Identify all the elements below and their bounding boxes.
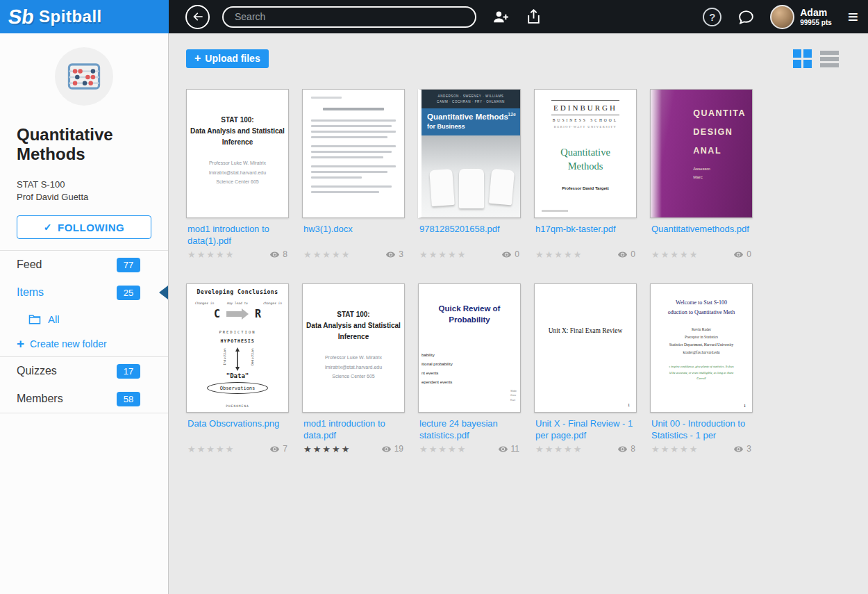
star-icon[interactable]: ★ — [554, 445, 562, 454]
file-name-link[interactable]: Unit 00 - Introduction to Statistics - 1… — [651, 418, 751, 442]
star-icon[interactable]: ★ — [651, 250, 660, 259]
upload-files-button[interactable]: + Upload files — [186, 49, 269, 68]
file-name-link[interactable]: Data Obscrvations.png — [187, 418, 287, 442]
star-icon[interactable]: ★ — [564, 250, 572, 259]
star-icon[interactable]: ★ — [670, 445, 678, 454]
star-icon[interactable]: ★ — [342, 250, 350, 259]
star-rating[interactable]: ★★★★★ — [419, 445, 465, 454]
file-thumbnail[interactable]: EDINBURGH BUSINESS SCHOOL HERIOT-WATT UN… — [534, 89, 637, 218]
star-icon[interactable]: ★ — [545, 445, 553, 454]
star-icon[interactable]: ★ — [574, 250, 582, 259]
create-new-folder-button[interactable]: + Create new folder — [0, 331, 168, 356]
star-icon[interactable]: ★ — [332, 445, 340, 454]
file-name-link[interactable]: mod1 introduction to data.pdf — [303, 418, 403, 442]
star-icon[interactable]: ★ — [535, 445, 544, 454]
star-icon[interactable]: ★ — [303, 445, 312, 454]
grid-view-button[interactable] — [793, 49, 812, 68]
file-thumbnail[interactable]: STAT 100: Data Analysis and Statistical … — [186, 89, 289, 218]
app-logo[interactable]: Sb Spitball — [0, 0, 169, 33]
help-button[interactable]: ? — [703, 8, 721, 26]
star-icon[interactable]: ★ — [303, 250, 312, 259]
star-icon[interactable]: ★ — [206, 250, 215, 259]
add-user-button[interactable] — [490, 7, 510, 26]
sidebar-item-items[interactable]: Items 25 — [0, 279, 168, 306]
star-icon[interactable]: ★ — [216, 445, 224, 454]
following-button[interactable]: ✓ FOLLOWING — [17, 215, 151, 239]
menu-button[interactable]: ≡ — [846, 8, 860, 26]
star-icon[interactable]: ★ — [438, 445, 446, 454]
star-rating[interactable]: ★★★★★ — [187, 445, 233, 454]
file-thumbnail[interactable] — [302, 89, 405, 218]
star-icon[interactable]: ★ — [322, 445, 331, 454]
star-icon[interactable]: ★ — [438, 250, 446, 259]
star-icon[interactable]: ★ — [574, 445, 582, 454]
chat-button[interactable] — [736, 7, 756, 26]
star-icon[interactable]: ★ — [680, 445, 688, 454]
star-icon[interactable]: ★ — [458, 250, 466, 259]
star-rating[interactable]: ★★★★★ — [651, 250, 697, 259]
star-rating[interactable]: ★★★★★ — [651, 445, 697, 454]
star-rating[interactable]: ★★★★★ — [187, 250, 233, 259]
star-icon[interactable]: ★ — [545, 250, 553, 259]
star-icon[interactable]: ★ — [661, 445, 669, 454]
star-icon[interactable]: ★ — [429, 250, 437, 259]
star-icon[interactable]: ★ — [670, 250, 678, 259]
share-button[interactable] — [524, 7, 543, 26]
star-icon[interactable]: ★ — [429, 445, 437, 454]
star-icon[interactable]: ★ — [458, 445, 466, 454]
star-icon[interactable]: ★ — [313, 445, 322, 454]
star-rating[interactable]: ★★★★★ — [303, 445, 349, 454]
file-thumbnail[interactable]: Unit X: Final Exam Review 1 — [534, 283, 637, 413]
sidebar-item-all-folders[interactable]: All — [0, 306, 168, 331]
sidebar-item-quizzes[interactable]: Quizzes 17 — [0, 357, 168, 385]
star-icon[interactable]: ★ — [197, 445, 206, 454]
star-icon[interactable]: ★ — [690, 445, 698, 454]
star-icon[interactable]: ★ — [216, 250, 224, 259]
file-name-link[interactable]: Unit X - Final Review - 1 per page.pdf — [535, 418, 635, 442]
search-input[interactable] — [222, 6, 476, 28]
sidebar-item-members[interactable]: Members 58 — [0, 385, 168, 413]
star-icon[interactable]: ★ — [322, 250, 331, 259]
star-rating[interactable]: ★★★★★ — [535, 250, 581, 259]
file-name-link[interactable]: h17qm-bk-taster.pdf — [535, 224, 635, 247]
star-icon[interactable]: ★ — [206, 445, 215, 454]
course-avatar[interactable] — [55, 47, 113, 106]
file-thumbnail[interactable]: Quick Review of Probability bability iti… — [418, 283, 521, 413]
star-icon[interactable]: ★ — [448, 250, 456, 259]
star-icon[interactable]: ★ — [564, 445, 572, 454]
file-thumbnail[interactable]: Developing Conclusions Changes in may le… — [186, 283, 289, 413]
file-thumbnail[interactable]: ANDERSON · SWEENEY · WILLIAMS CAMM · COC… — [418, 89, 521, 218]
sidebar-item-feed[interactable]: Feed 77 — [0, 251, 168, 279]
file-name-link[interactable]: 9781285201658.pdf — [419, 224, 519, 247]
file-name-link[interactable]: Quantitativemethods.pdf — [651, 224, 751, 247]
star-icon[interactable]: ★ — [554, 250, 562, 259]
star-icon[interactable]: ★ — [332, 250, 340, 259]
file-thumbnail[interactable]: Welcome to Stat S-100 oduction to Quanti… — [650, 283, 753, 413]
star-icon[interactable]: ★ — [680, 250, 688, 259]
star-rating[interactable]: ★★★★★ — [303, 250, 349, 259]
star-rating[interactable]: ★★★★★ — [419, 250, 465, 259]
star-icon[interactable]: ★ — [690, 250, 698, 259]
user-avatar[interactable] — [770, 5, 794, 29]
star-rating[interactable]: ★★★★★ — [535, 445, 581, 454]
star-icon[interactable]: ★ — [197, 250, 206, 259]
star-icon[interactable]: ★ — [187, 250, 196, 259]
star-icon[interactable]: ★ — [448, 445, 456, 454]
file-thumbnail[interactable]: QUANTITA DESIGN ANAL Assessm Marc — [650, 89, 753, 218]
star-icon[interactable]: ★ — [651, 445, 660, 454]
star-icon[interactable]: ★ — [535, 250, 544, 259]
star-icon[interactable]: ★ — [419, 250, 428, 259]
star-icon[interactable]: ★ — [226, 445, 234, 454]
file-thumbnail[interactable]: STAT 100: Data Analysis and Statistical … — [302, 283, 405, 413]
list-view-button[interactable] — [820, 49, 839, 68]
star-icon[interactable]: ★ — [342, 445, 350, 454]
star-icon[interactable]: ★ — [187, 445, 196, 454]
file-name-link[interactable]: lecture 24 bayesian statistics.pdf — [419, 418, 519, 442]
star-icon[interactable]: ★ — [419, 445, 428, 454]
star-icon[interactable]: ★ — [313, 250, 322, 259]
file-name-link[interactable]: hw3(1).docx — [303, 224, 403, 247]
back-button[interactable] — [185, 5, 210, 29]
star-icon[interactable]: ★ — [661, 250, 669, 259]
star-icon[interactable]: ★ — [226, 250, 234, 259]
user-menu[interactable]: Adam 99955 pts — [770, 5, 832, 29]
